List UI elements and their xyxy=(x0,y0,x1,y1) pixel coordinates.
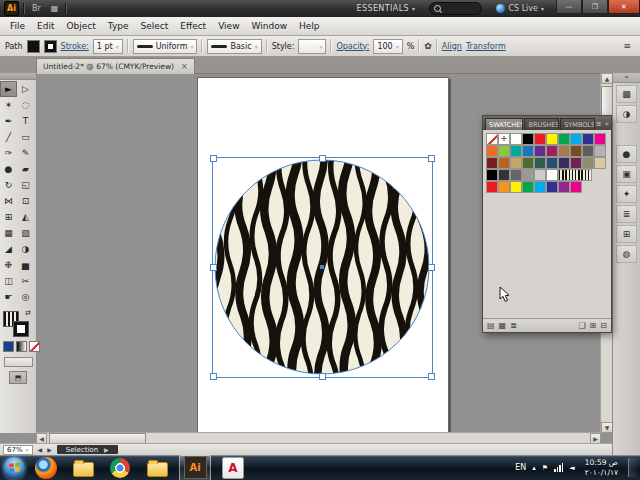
shape-builder-tool-icon[interactable]: ⊞ xyxy=(0,209,17,225)
blob-brush-tool-icon[interactable]: ● xyxy=(0,161,17,177)
workspace-switcher-button[interactable]: ESSENTIALS xyxy=(357,4,416,13)
opacity-link[interactable]: Opacity: xyxy=(336,42,369,51)
panel-tab-swatches[interactable]: SWATCHES xyxy=(485,118,523,130)
column-graph-tool-icon[interactable]: ▅ xyxy=(17,257,34,273)
brush-definition-combo[interactable]: Basic xyxy=(207,39,261,54)
show-desktop-button[interactable] xyxy=(628,458,637,477)
free-transform-tool-icon[interactable]: ⊡ xyxy=(17,193,34,209)
style-combo[interactable] xyxy=(298,39,326,54)
swatch-libraries-icon[interactable]: ▤ xyxy=(487,321,495,330)
selection-handle[interactable] xyxy=(210,373,217,380)
color-guide-panel-icon[interactable]: ◑ xyxy=(616,105,637,123)
minimize-button[interactable]: — xyxy=(556,0,582,14)
eraser-tool-icon[interactable]: ▰ xyxy=(17,161,34,177)
new-swatch-icon[interactable]: ⊞ xyxy=(590,321,597,330)
libraries-icon[interactable] xyxy=(146,457,168,479)
swap-fill-stroke-icon[interactable]: ⇄ xyxy=(25,309,31,317)
chrome-icon[interactable] xyxy=(109,457,131,479)
selection-tool-icon[interactable]: ► xyxy=(0,81,17,97)
swatch-kinds-icon[interactable]: ▦ xyxy=(499,321,507,330)
tab-close-icon[interactable]: × xyxy=(181,62,188,71)
volume-icon[interactable]: ◄ xyxy=(569,464,574,472)
line-segment-tool-icon[interactable]: ╱ xyxy=(0,129,17,145)
stroke-color-well[interactable] xyxy=(13,321,29,337)
none-button[interactable] xyxy=(29,341,40,352)
selection-handle[interactable] xyxy=(428,155,435,162)
firefox-icon[interactable] xyxy=(35,457,57,479)
swatch-color[interactable] xyxy=(546,145,558,157)
mesh-tool-icon[interactable]: ▦ xyxy=(0,225,17,241)
next-artboard-icon[interactable]: ▶ xyxy=(47,446,52,453)
swatch-color[interactable] xyxy=(594,157,606,169)
stroke-weight-combo[interactable]: 1 pt xyxy=(93,39,123,54)
network-icon[interactable] xyxy=(554,463,563,472)
swatch-color[interactable] xyxy=(546,133,558,145)
selection-handle[interactable] xyxy=(428,373,435,380)
swatch-color[interactable] xyxy=(534,145,546,157)
paintbrush-tool-icon[interactable]: ✑ xyxy=(0,145,17,161)
selection-handle[interactable] xyxy=(210,155,217,162)
explorer-icon[interactable] xyxy=(72,457,94,479)
close-button[interactable]: ✕ xyxy=(608,0,640,14)
document-tab[interactable]: Untitled-2* @ 67% (CMYK/Preview) × xyxy=(36,58,195,74)
panel-menu-icon[interactable]: ≡ xyxy=(596,120,602,128)
selection-handle[interactable] xyxy=(428,264,435,271)
swatch-color[interactable] xyxy=(546,181,558,193)
color-panel-icon[interactable]: ▩ xyxy=(616,85,637,103)
swatch-color[interactable] xyxy=(570,157,582,169)
swatch-color[interactable] xyxy=(570,181,582,193)
screen-mode-button[interactable]: ⬒ xyxy=(9,371,27,384)
swatch-options-icon[interactable]: ≣ xyxy=(510,321,517,330)
pencil-tool-icon[interactable]: ✎ xyxy=(17,145,34,161)
stroke-swatch-chip[interactable] xyxy=(44,40,57,53)
recolor-artwork-icon[interactable]: ✿ xyxy=(424,41,432,51)
width-tool-icon[interactable]: ⋈ xyxy=(0,193,17,209)
eyedropper-tool-icon[interactable]: ◢ xyxy=(0,241,17,257)
panel-tab-symbols[interactable]: SYMBOLS xyxy=(560,118,595,130)
pen-tool-icon[interactable]: ✒ xyxy=(0,113,17,129)
control-panel-menu-icon[interactable]: ≡ xyxy=(623,41,631,51)
swatch-color[interactable] xyxy=(594,145,606,157)
zoom-level-combo[interactable]: 67% xyxy=(3,445,33,455)
swatch-color[interactable] xyxy=(486,157,498,169)
symbol-sprayer-tool-icon[interactable]: ❉ xyxy=(0,257,17,273)
rectangle-tool-icon[interactable]: ▭ xyxy=(17,129,34,145)
menu-item-select[interactable]: Select xyxy=(134,21,174,31)
swatch-color[interactable] xyxy=(498,181,510,193)
panel-tab-brushes[interactable]: BRUSHES xyxy=(524,118,559,130)
menu-item-window[interactable]: Window xyxy=(246,21,294,31)
clock[interactable]: 10:59 ص ٢٠١٠/١/١٧ xyxy=(585,458,618,477)
direct-selection-tool-icon[interactable]: ▷ xyxy=(17,81,34,97)
swatch-color[interactable] xyxy=(498,169,510,181)
swatch-color[interactable] xyxy=(558,145,570,157)
rotate-tool-icon[interactable]: ↻ xyxy=(0,177,17,193)
menu-item-object[interactable]: Object xyxy=(61,21,102,31)
type-tool-icon[interactable]: T xyxy=(17,113,34,129)
swatch-color[interactable] xyxy=(510,133,522,145)
width-profile-combo[interactable]: Uniform xyxy=(133,39,198,54)
menu-item-type[interactable]: Type xyxy=(102,21,135,31)
symbols-panel-icon[interactable]: ✦ xyxy=(616,185,637,203)
opacity-combo[interactable]: 100 xyxy=(373,39,402,54)
color-button[interactable] xyxy=(3,341,14,352)
artboards-panel-icon[interactable]: ⊞ xyxy=(616,225,637,243)
restore-button[interactable]: ❐ xyxy=(582,0,608,14)
swatch-color[interactable] xyxy=(498,145,510,157)
fill-swatch-chip[interactable] xyxy=(27,40,40,53)
gradient-tool-icon[interactable]: ▧ xyxy=(17,225,34,241)
swatch-color[interactable] xyxy=(486,181,498,193)
swatch-color[interactable] xyxy=(546,169,558,181)
swatch-color[interactable] xyxy=(534,157,546,169)
magic-wand-tool-icon[interactable]: ✶ xyxy=(0,97,17,113)
cs-live-button[interactable]: CS Live xyxy=(496,4,544,13)
graphic-styles-panel-icon[interactable]: ▣ xyxy=(616,165,637,183)
transform-link[interactable]: Transform xyxy=(466,42,506,51)
swatch-color[interactable] xyxy=(510,145,522,157)
swatch-color[interactable] xyxy=(522,181,534,193)
swatch-color[interactable] xyxy=(510,181,522,193)
swatch-color[interactable] xyxy=(582,133,594,145)
action-center-icon[interactable]: ⚑ xyxy=(542,464,548,472)
swatch-color[interactable] xyxy=(558,157,570,169)
search-input[interactable] xyxy=(443,4,477,13)
swatch-color[interactable] xyxy=(534,181,546,193)
